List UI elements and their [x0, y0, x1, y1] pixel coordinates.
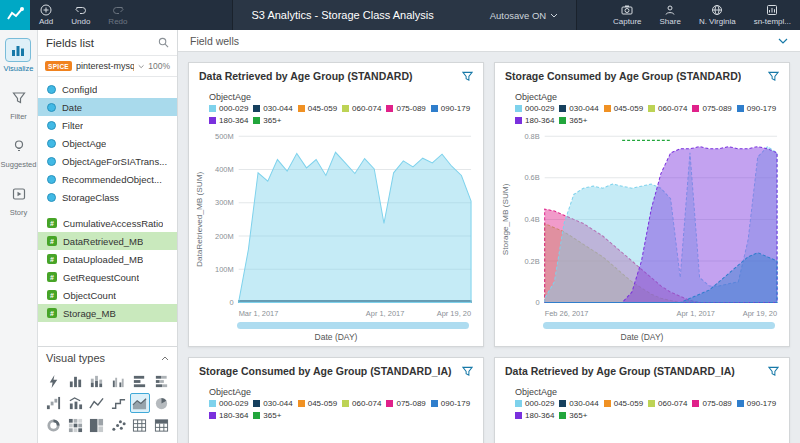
- legend-item-090-179[interactable]: 090-179: [737, 104, 776, 113]
- area-chart[interactable]: 0100M200M300M400M500MMar 1, 2017Apr 1, 2…: [189, 126, 483, 321]
- redo-button[interactable]: Redo: [99, 0, 136, 30]
- visual-card-storage-consumed-standard[interactable]: Storage Consumed by Age Group (STANDARD)…: [494, 62, 790, 347]
- visual-type-table-icon[interactable]: [130, 415, 150, 435]
- legend-item-090-179[interactable]: 090-179: [431, 104, 470, 113]
- visual-type-scatter-plot-icon[interactable]: [109, 415, 129, 435]
- legend-item-365plus[interactable]: 365+: [253, 411, 281, 420]
- nav-filter[interactable]: Filter: [6, 86, 32, 121]
- search-icon[interactable]: [158, 37, 169, 48]
- visual-type-vertical-stacked-bar-icon[interactable]: [87, 371, 107, 391]
- nav-suggested[interactable]: Suggested: [1, 134, 37, 169]
- legend-item-090-179[interactable]: 090-179: [737, 399, 776, 408]
- area-chart[interactable]: 00.2B0.4B0.6B0.8BFeb 26, 2017Apr 1, 2017…: [495, 126, 789, 321]
- visual-type-combo-chart-icon[interactable]: [66, 393, 86, 413]
- legend-item-060-074[interactable]: 060-074: [648, 399, 687, 408]
- visual-card-data-retrieved-standard[interactable]: Data Retrieved by Age Group (STANDARD) O…: [188, 62, 484, 347]
- legend-item-075-089[interactable]: 075-089: [692, 104, 731, 113]
- area-chart[interactable]: [495, 421, 789, 443]
- visual-card-storage-consumed-standard-ia[interactable]: Storage Consumed by Age Group (STANDARD_…: [188, 357, 484, 443]
- undo-button[interactable]: Undo: [62, 0, 99, 30]
- field-item-recommendedobject[interactable]: RecommendedObject...: [38, 170, 177, 188]
- visual-type-pivot-table-icon[interactable]: [152, 415, 172, 435]
- user-menu[interactable]: sn-templ...: [745, 0, 800, 30]
- legend-item-030-044[interactable]: 030-044: [559, 399, 598, 408]
- legend-item-045-059[interactable]: 045-059: [298, 104, 337, 113]
- visual-type-donut-chart-icon[interactable]: [44, 415, 64, 435]
- field-item-objectageforsiatrans[interactable]: ObjectAgeForSIATrans...: [38, 152, 177, 170]
- field-item-dataretrieved-mb[interactable]: #DataRetrieved_MB: [38, 232, 177, 250]
- field-item-storage-mb[interactable]: #Storage_MB: [38, 304, 177, 322]
- field-label: DataUploaded_MB: [63, 254, 143, 265]
- legend-label: 045-059: [308, 104, 337, 113]
- legend-item-075-089[interactable]: 075-089: [386, 104, 425, 113]
- filter-icon[interactable]: [768, 366, 779, 377]
- date-scrollbar[interactable]: [237, 322, 469, 329]
- field-item-configid[interactable]: ConfigId: [38, 80, 177, 98]
- date-scrollbar[interactable]: [543, 322, 775, 329]
- nav-story[interactable]: Story: [6, 182, 32, 217]
- legend-item-180-364[interactable]: 180-364: [515, 411, 554, 420]
- legend-item-030-044[interactable]: 030-044: [559, 104, 598, 113]
- legend-item-365plus[interactable]: 365+: [559, 411, 587, 420]
- legend-item-045-059[interactable]: 045-059: [298, 399, 337, 408]
- legend-item-000-029[interactable]: 000-029: [515, 399, 554, 408]
- autosave-toggle[interactable]: Autosave ON: [490, 10, 559, 21]
- legend-item-075-089[interactable]: 075-089: [692, 399, 731, 408]
- legend-item-000-029[interactable]: 000-029: [515, 104, 554, 113]
- filter-icon[interactable]: [462, 366, 473, 377]
- legend-item-045-059[interactable]: 045-059: [604, 104, 643, 113]
- dataset-selector[interactable]: SPICE pinterest-mysql- 100%: [38, 55, 177, 77]
- legend-item-365plus[interactable]: 365+: [253, 116, 281, 125]
- svg-text:0: 0: [536, 298, 540, 307]
- legend-item-075-089[interactable]: 075-089: [386, 399, 425, 408]
- field-item-date[interactable]: Date: [38, 98, 177, 116]
- legend-item-060-074[interactable]: 060-074: [648, 104, 687, 113]
- visual-type-waterfall-icon[interactable]: [44, 393, 64, 413]
- filter-icon[interactable]: [462, 71, 473, 82]
- nav-visualize[interactable]: Visualize: [4, 38, 34, 73]
- visual-type-vertical-bar-icon[interactable]: [66, 371, 86, 391]
- field-item-datauploaded-mb[interactable]: #DataUploaded_MB: [38, 250, 177, 268]
- visual-type-clustered-bar-icon[interactable]: [109, 371, 129, 391]
- visual-type-auto-graph-icon[interactable]: [44, 371, 64, 391]
- field-item-getrequestcount[interactable]: #GetRequestCount: [38, 268, 177, 286]
- field-item-objectcount[interactable]: #ObjectCount: [38, 286, 177, 304]
- collapse-chevron-icon[interactable]: [161, 356, 169, 361]
- visual-type-horizontal-bar-icon[interactable]: [130, 371, 150, 391]
- visual-type-pie-chart-icon[interactable]: [152, 393, 172, 413]
- visual-type-area-line-chart-icon[interactable]: [130, 393, 150, 413]
- field-item-cumulativeaccessratio[interactable]: #CumulativeAccessRatio: [38, 214, 177, 232]
- legend-item-030-044[interactable]: 030-044: [253, 104, 292, 113]
- share-button[interactable]: Share: [651, 0, 690, 30]
- legend-item-060-074[interactable]: 060-074: [342, 104, 381, 113]
- legend-item-030-044[interactable]: 030-044: [253, 399, 292, 408]
- field-wells-bar[interactable]: Field wells: [178, 30, 800, 52]
- visual-title: Data Retrieved by Age Group (STANDARD): [199, 70, 413, 82]
- legend-item-090-179[interactable]: 090-179: [431, 399, 470, 408]
- visual-type-step-line-chart-icon[interactable]: [109, 393, 129, 413]
- legend-item-180-364[interactable]: 180-364: [209, 411, 248, 420]
- filter-icon[interactable]: [768, 71, 779, 82]
- legend-item-365plus[interactable]: 365+: [559, 116, 587, 125]
- field-wells-expand-icon[interactable]: [778, 38, 788, 44]
- visual-type-horizontal-stacked-bar-icon[interactable]: [152, 371, 172, 391]
- visual-type-line-chart-icon[interactable]: [87, 393, 107, 413]
- capture-button[interactable]: Capture: [604, 0, 650, 30]
- field-item-filter[interactable]: Filter: [38, 116, 177, 134]
- legend-item-060-074[interactable]: 060-074: [342, 399, 381, 408]
- area-chart[interactable]: [189, 421, 483, 443]
- field-item-objectage[interactable]: ObjectAge: [38, 134, 177, 152]
- legend-item-000-029[interactable]: 000-029: [209, 399, 248, 408]
- quicksight-logo[interactable]: [0, 0, 30, 30]
- legend-item-000-029[interactable]: 000-029: [209, 104, 248, 113]
- add-button[interactable]: Add: [30, 0, 62, 30]
- field-item-storageclass[interactable]: StorageClass: [38, 188, 177, 206]
- legend-item-180-364[interactable]: 180-364: [515, 116, 554, 125]
- visual-type-tree-map-icon[interactable]: [87, 415, 107, 435]
- legend-item-180-364[interactable]: 180-364: [209, 116, 248, 125]
- plus-icon: [40, 4, 52, 16]
- visual-card-data-retrieved-standard-ia[interactable]: Data Retrieved by Age Group (STANDARD_IA…: [494, 357, 790, 443]
- visual-type-heat-map-icon[interactable]: [66, 415, 86, 435]
- region-selector[interactable]: N. Virginia: [690, 0, 745, 30]
- legend-item-045-059[interactable]: 045-059: [604, 399, 643, 408]
